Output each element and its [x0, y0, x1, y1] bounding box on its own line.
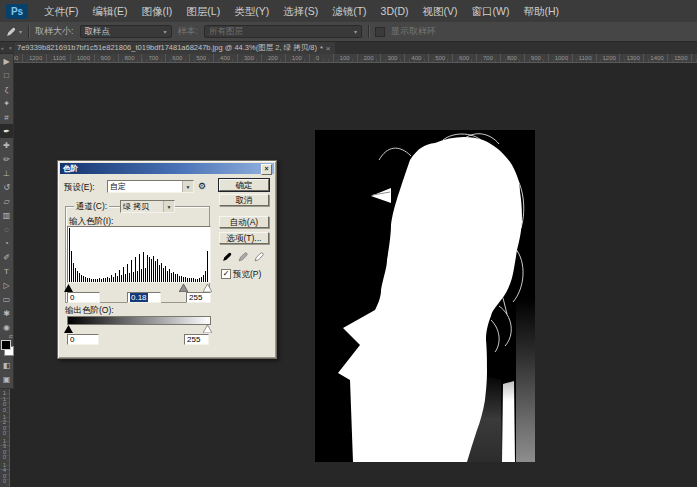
- lasso-tool[interactable]: ζ: [0, 82, 13, 96]
- input-black-slider[interactable]: [64, 284, 73, 292]
- menu-item[interactable]: 选择(S): [276, 5, 325, 17]
- histogram-bar: [145, 268, 146, 282]
- tab-close-icon[interactable]: ×: [326, 44, 331, 53]
- menu-item[interactable]: 3D(D): [374, 5, 416, 17]
- output-white-slider[interactable]: [203, 325, 212, 333]
- selected-text: 0.18: [130, 293, 148, 302]
- dialog-close-icon[interactable]: ×: [261, 164, 272, 175]
- blur-tool[interactable]: ◌: [0, 222, 13, 236]
- quick-mask-button[interactable]: ◧: [0, 358, 13, 372]
- histogram-bar: [141, 269, 142, 282]
- sample-size-dropdown[interactable]: 取样点 ▾: [80, 25, 172, 38]
- cancel-button[interactable]: 取消: [219, 194, 269, 206]
- histogram-bar: [201, 277, 202, 282]
- pen-tool[interactable]: ✐: [0, 250, 13, 264]
- tools-panel: « × ▶□ζ✦#✒✚✏⊥↺▱▥◌◔✐T▷▭✱◉ ⇄ ◧▣: [0, 42, 14, 389]
- gradient-tool[interactable]: ▥: [0, 208, 13, 222]
- collapse-panel-icon[interactable]: «: [1, 45, 4, 51]
- hand-tool[interactable]: ✱: [0, 306, 13, 320]
- channel-label: 通道(C):: [74, 201, 109, 213]
- input-black-field[interactable]: 0: [67, 292, 100, 303]
- magic-wand-tool[interactable]: ✦: [0, 96, 13, 110]
- dialog-title-bar[interactable]: 色阶 ×: [60, 163, 274, 174]
- tools-panel-header: « ×: [0, 42, 13, 54]
- ruler-label: 1400: [650, 54, 663, 62]
- output-white-field[interactable]: 255: [184, 334, 209, 345]
- eyedropper-tool[interactable]: ✒: [0, 124, 13, 138]
- screen-mode-button[interactable]: ▣: [0, 372, 13, 386]
- histogram-bar: [177, 274, 178, 282]
- menu-item[interactable]: 帮助(H): [517, 5, 567, 17]
- menu-item[interactable]: 视图(V): [416, 5, 465, 17]
- white-point-eyedropper-icon[interactable]: [254, 251, 265, 262]
- history-brush-tool[interactable]: ↺: [0, 180, 13, 194]
- ruler-label: 800: [125, 54, 135, 62]
- ruler-label: 600: [172, 54, 182, 62]
- move-tool[interactable]: ▶: [0, 54, 13, 68]
- menu-item[interactable]: 图像(I): [134, 5, 179, 17]
- show-sampling-ring-checkbox[interactable]: [375, 27, 385, 37]
- sample-dropdown[interactable]: 所有图层 ▾: [204, 25, 362, 38]
- menu-item[interactable]: 编辑(E): [85, 5, 134, 17]
- options-button[interactable]: 选项(T)...: [219, 232, 269, 244]
- document-canvas-mask-image[interactable]: [315, 130, 535, 462]
- histogram-bar: [153, 256, 154, 282]
- document-tab[interactable]: 7e9339b821691b7bf1c51e821806_t019bdf1748…: [13, 42, 335, 54]
- histogram-bar: [185, 277, 186, 282]
- input-white-slider[interactable]: [203, 284, 212, 292]
- shape-tool[interactable]: ▭: [0, 292, 13, 306]
- channel-dropdown[interactable]: 绿 拷贝 ▼: [120, 200, 175, 213]
- swap-colors-icon[interactable]: ⇄: [9, 334, 13, 339]
- ruler-label: 1 4 0 0: [0, 463, 9, 485]
- histogram-bar: [187, 278, 188, 282]
- ruler-label: 500: [435, 54, 445, 62]
- type-tool[interactable]: T: [0, 264, 13, 278]
- menu-item[interactable]: 图层(L): [179, 5, 227, 17]
- ruler-label: 1200: [29, 54, 42, 62]
- output-black-field[interactable]: 0: [67, 334, 99, 345]
- histogram-bar: [89, 278, 90, 282]
- menu-item[interactable]: 文件(F): [37, 5, 85, 17]
- dropdown-arrow-icon: ▼: [163, 201, 174, 212]
- preset-dropdown[interactable]: 自定 ▼: [107, 180, 194, 193]
- preview-checkbox[interactable]: ✓: [221, 269, 231, 279]
- gray-point-eyedropper-icon[interactable]: [238, 251, 249, 262]
- sample-label: 样本:: [178, 25, 199, 38]
- histogram-bar: [137, 271, 138, 282]
- zoom-tool[interactable]: ◉: [0, 320, 13, 334]
- modified-marker: *: [320, 44, 323, 53]
- active-tool-preview[interactable]: ▾: [6, 26, 22, 37]
- ok-button[interactable]: 确定: [219, 179, 269, 191]
- menu-item[interactable]: 窗口(W): [465, 5, 517, 17]
- menu-item[interactable]: 滤镜(T): [325, 5, 373, 17]
- histogram-bar: [117, 276, 118, 282]
- input-gamma-field[interactable]: 0.18: [127, 292, 161, 303]
- brush-tool[interactable]: ✏: [0, 152, 13, 166]
- ruler-label: 900: [531, 54, 541, 62]
- clone-stamp-tool[interactable]: ⊥: [0, 166, 13, 180]
- menu-item[interactable]: 类型(Y): [227, 5, 276, 17]
- histogram-bar: [79, 273, 80, 282]
- close-panel-icon[interactable]: ×: [9, 45, 12, 51]
- eraser-tool[interactable]: ▱: [0, 194, 13, 208]
- ruler-label: 1100: [579, 54, 592, 62]
- histogram-bar: [121, 275, 122, 282]
- marquee-tool[interactable]: □: [0, 68, 13, 82]
- dodge-tool[interactable]: ◔: [0, 236, 13, 250]
- histogram-bar: [125, 274, 126, 282]
- auto-button[interactable]: 自动(A): [219, 216, 269, 228]
- crop-tool[interactable]: #: [0, 110, 13, 124]
- foreground-color-swatch[interactable]: [1, 340, 11, 350]
- document-tab-bar: 7e9339b821691b7bf1c51e821806_t019bdf1748…: [0, 42, 697, 54]
- histogram-bar: [87, 278, 88, 282]
- ruler-label: 1200: [603, 54, 616, 62]
- input-gamma-slider[interactable]: [179, 284, 188, 292]
- output-black-slider[interactable]: [64, 325, 73, 333]
- black-point-eyedropper-icon[interactable]: [222, 251, 233, 262]
- healing-brush-tool[interactable]: ✚: [0, 138, 13, 152]
- histogram-bar: [171, 273, 172, 282]
- preset-options-gear-icon[interactable]: ⚙: [198, 181, 206, 191]
- input-white-field[interactable]: 255: [186, 292, 211, 303]
- histogram-bar: [179, 276, 180, 282]
- path-select-tool[interactable]: ▷: [0, 278, 13, 292]
